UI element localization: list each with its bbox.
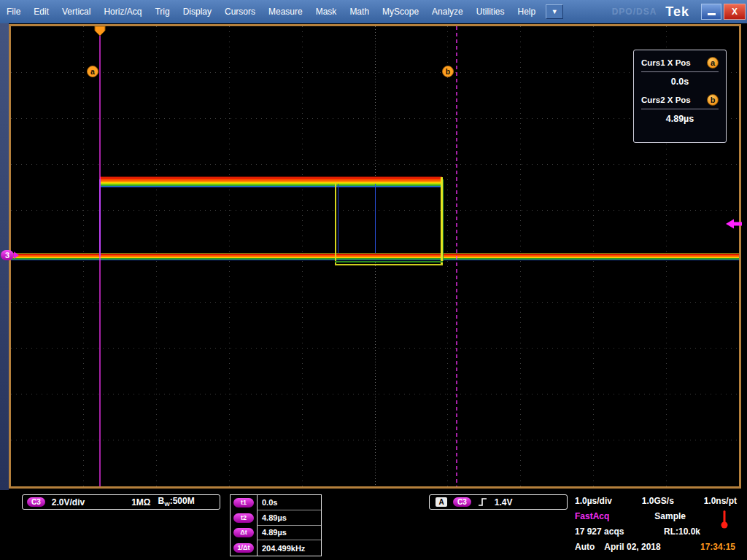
- curs2-label: Curs2 X Pos: [641, 96, 691, 104]
- minimize-button[interactable]: [701, 4, 721, 20]
- cursor-a-label: a: [90, 67, 95, 76]
- channel-badge: C3: [27, 497, 45, 507]
- time-display: 17:34:15: [700, 542, 735, 552]
- trigger-position-marker[interactable]: [95, 26, 105, 36]
- menu-analyze[interactable]: Analyze: [425, 0, 470, 23]
- scope-screen: File Edit Vertical Horiz/Acq Trig Displa…: [0, 0, 747, 560]
- acquisition-readout-box: 1.0µs/div 1.0GS/s 1.0ns/pt FastAcq Sampl…: [573, 493, 739, 559]
- menu-help[interactable]: Help: [511, 0, 542, 23]
- model-watermark: DPO/DSA: [612, 7, 657, 17]
- divider: [641, 71, 719, 72]
- chevron-down-icon: ▼: [551, 8, 558, 15]
- menu-trig[interactable]: Trig: [148, 0, 176, 23]
- input-impedance: 1MΩ: [131, 497, 150, 508]
- curs2-b-badge-icon: b: [707, 94, 719, 106]
- vertical-scale: 2.0V/div: [52, 497, 85, 508]
- menubar-right: DPO/DSA Tek X: [612, 0, 747, 23]
- inv-delta-t-value: 204.499kHz: [257, 540, 321, 556]
- acquisition-count: 17 927 acqs: [575, 526, 624, 537]
- trigger-a-badge: A: [436, 497, 447, 507]
- divider: [641, 109, 719, 109]
- close-icon: X: [732, 7, 738, 17]
- graticule-frame: a b: [9, 24, 741, 489]
- curs2-value: 4.89µs: [641, 114, 719, 124]
- t1-badge-cell: t1: [231, 495, 257, 510]
- trigger-mode: Auto: [575, 542, 595, 552]
- cursor-b-label: b: [446, 67, 450, 76]
- thermometer-icon: [719, 509, 729, 529]
- t2-badge: t2: [233, 513, 254, 523]
- curs1-a-badge-icon: a: [707, 57, 719, 69]
- cursor-a-marker[interactable]: a: [88, 66, 98, 77]
- menu-utilities[interactable]: Utilities: [470, 0, 511, 23]
- channel-readout-box[interactable]: C3 2.0V/div 1MΩ BW:500M: [22, 494, 220, 510]
- delta-t-badge: Δt: [233, 528, 254, 537]
- cursor-b-marker[interactable]: b: [443, 66, 454, 77]
- trace-edges: [99, 177, 444, 265]
- trigger-level: 1.4V: [495, 497, 513, 508]
- trace-baseline: [11, 253, 739, 261]
- cursor-delta-readout-box: t1 0.0s t2 4.89µs Δt 4.89µs 1/Δt 204.499…: [230, 494, 322, 556]
- t1-badge: t1: [233, 498, 254, 508]
- delta-t-badge-cell: Δt: [231, 526, 257, 541]
- trigger-level-marker[interactable]: [726, 219, 742, 229]
- curs1-label: Curs1 X Pos: [641, 58, 691, 67]
- close-button[interactable]: X: [724, 4, 746, 20]
- inv-delta-t-badge: 1/Δt: [233, 543, 254, 553]
- curs1-value: 0.0s: [641, 77, 719, 87]
- record-length: RL:10.0k: [664, 526, 700, 537]
- menu-dropdown-button[interactable]: ▼: [546, 4, 563, 19]
- trigger-source-badge: C3: [453, 497, 471, 507]
- inv-delta-t-badge-cell: 1/Δt: [231, 540, 257, 556]
- rising-edge-icon: [477, 497, 489, 508]
- t1-value: 0.0s: [257, 495, 321, 510]
- sample-rate: 1.0GS/s: [642, 496, 674, 506]
- fastacq-label: FastAcq: [575, 511, 609, 521]
- menu-vertical[interactable]: Vertical: [55, 0, 97, 23]
- channel-3-marker[interactable]: 3: [1, 250, 14, 260]
- tek-logo: Tek: [665, 4, 689, 20]
- timebase: 1.0µs/div: [575, 496, 612, 506]
- menu-myscope[interactable]: MyScope: [376, 0, 425, 23]
- minimize-icon: [708, 13, 716, 15]
- menubar: File Edit Vertical Horiz/Acq Trig Displa…: [0, 0, 747, 23]
- menu-measure[interactable]: Measure: [262, 0, 309, 23]
- menu-cursors[interactable]: Cursors: [218, 0, 262, 23]
- cursor-readout-panel: Curs1 X Pos a 0.0s Curs2 X Pos b 4.89µs: [633, 50, 727, 143]
- bandwidth-limit: BW:500M: [158, 496, 194, 508]
- channel-3-marker-arrow: [14, 252, 19, 259]
- t2-badge-cell: t2: [231, 510, 257, 526]
- menu-edit[interactable]: Edit: [27, 0, 55, 23]
- acq-mode: Sample: [654, 511, 686, 521]
- delta-t-value: 4.89µs: [257, 526, 321, 541]
- date-display: April 02, 2018: [604, 542, 660, 552]
- trigger-readout-box[interactable]: A C3 1.4V: [429, 494, 568, 510]
- waveform-display: a b: [11, 26, 739, 486]
- menu-math[interactable]: Math: [343, 0, 376, 23]
- menu-display[interactable]: Display: [177, 0, 218, 23]
- sample-resolution: 1.0ns/pt: [704, 496, 737, 506]
- t2-value: 4.89µs: [257, 510, 321, 526]
- menu-horiz-acq[interactable]: Horiz/Acq: [97, 0, 148, 23]
- menu-file[interactable]: File: [0, 0, 27, 23]
- trace-pulse-high: [100, 176, 442, 188]
- menu-mask[interactable]: Mask: [309, 0, 344, 23]
